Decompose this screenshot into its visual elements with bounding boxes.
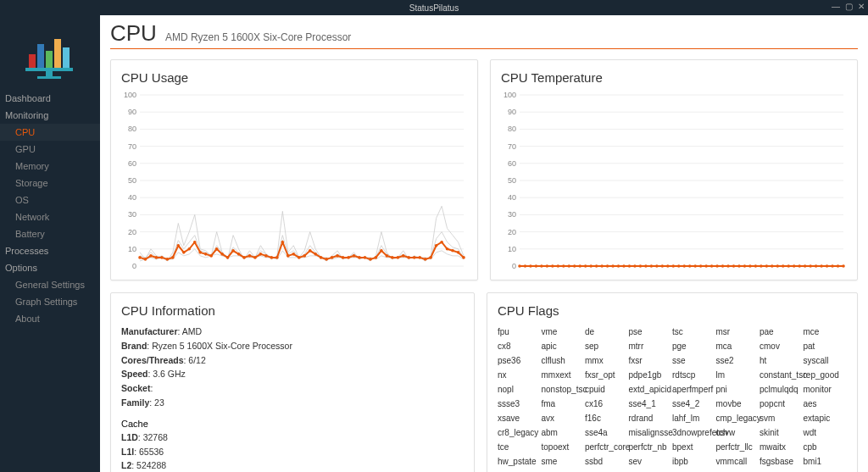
nav-sub-general-settings[interactable]: General Settings — [0, 276, 100, 293]
flag-rdseed: rdseed — [629, 469, 673, 472]
svg-point-51 — [253, 256, 257, 259]
flag-lahf_lm: lahf_lm — [672, 411, 716, 425]
flag-extapic: extapic — [804, 411, 848, 425]
logo — [0, 22, 100, 90]
svg-text:100: 100 — [124, 92, 136, 99]
svg-rect-0 — [29, 54, 36, 68]
svg-point-66 — [336, 254, 339, 258]
svg-text:40: 40 — [508, 193, 516, 202]
svg-point-49 — [242, 256, 246, 259]
svg-point-48 — [237, 253, 241, 256]
flag-pse36: pse36 — [498, 353, 542, 368]
cpu-temp-card: CPU Temperature 0102030405060708090100 — [490, 59, 858, 280]
nav-monitoring[interactable]: Monitoring — [0, 107, 100, 124]
flag-clflush: clflush — [542, 353, 586, 368]
svg-point-143 — [688, 264, 692, 268]
flag-sse4_1: sse4_1 — [629, 397, 673, 411]
svg-point-62 — [314, 253, 317, 256]
cpu-info-list: Manufacturer: AMDBrand: Ryzen 5 1600X Si… — [121, 325, 464, 410]
flag-fpu: fpu — [498, 325, 542, 339]
flag-3dnowprefetch: 3dnowprefetch — [672, 425, 716, 440]
nav-processes[interactable]: Processes — [0, 242, 100, 259]
svg-point-155 — [754, 264, 758, 268]
svg-point-36 — [171, 256, 175, 259]
svg-point-160 — [782, 264, 785, 268]
flag-cpb: cpb — [804, 440, 848, 454]
svg-point-73 — [375, 256, 378, 259]
svg-point-125 — [589, 264, 593, 268]
svg-point-115 — [535, 264, 538, 268]
flag-mca: mca — [716, 339, 760, 353]
svg-point-41 — [198, 251, 202, 254]
nav-sub-about[interactable]: About — [0, 310, 100, 327]
svg-point-78 — [402, 254, 405, 258]
svg-point-70 — [358, 256, 361, 259]
svg-point-59 — [298, 256, 301, 259]
nav-options[interactable]: Options — [0, 259, 100, 276]
content: CPU AMD Ryzen 5 1600X Six-Core Processor… — [100, 15, 868, 472]
svg-text:80: 80 — [128, 125, 136, 133]
flag-adx: adx — [672, 469, 716, 472]
svg-point-113 — [524, 264, 527, 268]
svg-point-69 — [353, 254, 356, 258]
flag-misalignsse: misalignsse — [629, 425, 673, 440]
nav-sub-os[interactable]: OS — [0, 192, 100, 208]
flag-pat: pat — [804, 339, 848, 353]
svg-text:0: 0 — [132, 262, 136, 269]
nav-sub-graph-settings[interactable]: Graph Settings — [0, 293, 100, 310]
svg-point-119 — [557, 264, 560, 268]
nav-sub-network[interactable]: Network — [0, 208, 100, 225]
svg-point-114 — [529, 264, 532, 268]
svg-point-158 — [771, 264, 774, 268]
flag-wdt: wdt — [804, 425, 848, 440]
flag-pdpe1gb: pdpe1gb — [629, 368, 673, 382]
cpu-temp-title: CPU Temperature — [501, 70, 847, 85]
svg-text:70: 70 — [508, 142, 516, 151]
svg-point-71 — [364, 256, 367, 259]
svg-point-84 — [435, 244, 438, 247]
flag-cx16: cx16 — [585, 397, 629, 411]
flag-rdtscp: rdtscp — [672, 368, 716, 382]
close-icon[interactable]: ✕ — [858, 2, 865, 11]
flag-aperfmperf: aperfmperf — [672, 382, 716, 397]
flag-fxsr_opt: fxsr_opt — [585, 368, 629, 382]
svg-point-56 — [281, 241, 285, 244]
nav-sub-gpu[interactable]: GPU — [0, 141, 100, 158]
flag-nopl: nopl — [498, 382, 542, 397]
nav-sub-storage[interactable]: Storage — [0, 175, 100, 192]
flag-ht: ht — [760, 353, 804, 368]
svg-point-137 — [655, 264, 659, 268]
nav-dashboard[interactable]: Dashboard — [0, 90, 100, 107]
minimize-icon[interactable]: — — [832, 2, 840, 11]
nav-sub-cpu[interactable]: CPU — [0, 124, 100, 141]
svg-point-135 — [644, 264, 648, 268]
nav-sub-battery[interactable]: Battery — [0, 225, 100, 242]
svg-point-165 — [809, 264, 812, 268]
flag-tce: tce — [498, 440, 542, 454]
maximize-icon[interactable]: ▢ — [845, 2, 853, 11]
svg-point-88 — [457, 251, 460, 254]
svg-point-136 — [650, 264, 654, 268]
page-title: CPU — [110, 20, 157, 47]
svg-point-42 — [204, 253, 208, 256]
svg-point-32 — [149, 254, 153, 258]
flag-monitor: monitor — [804, 382, 848, 397]
svg-point-157 — [765, 264, 769, 268]
svg-point-144 — [693, 264, 697, 268]
flag-movbe: movbe — [716, 397, 760, 411]
nav-sub-memory[interactable]: Memory — [0, 158, 100, 175]
cpu-info-title: CPU Information — [121, 303, 464, 318]
svg-text:50: 50 — [128, 176, 136, 185]
svg-point-31 — [144, 258, 147, 261]
svg-point-75 — [386, 254, 389, 258]
svg-text:80: 80 — [508, 125, 516, 133]
flag-topoext: topoext — [542, 440, 586, 454]
svg-point-140 — [671, 264, 675, 268]
svg-point-161 — [787, 264, 790, 268]
svg-point-139 — [666, 264, 670, 268]
svg-point-133 — [633, 264, 637, 268]
svg-text:90: 90 — [128, 108, 136, 116]
svg-point-152 — [737, 264, 741, 268]
info-row: Speed: 3.6 GHz — [121, 367, 464, 381]
flag-mmx: mmx — [585, 353, 629, 368]
